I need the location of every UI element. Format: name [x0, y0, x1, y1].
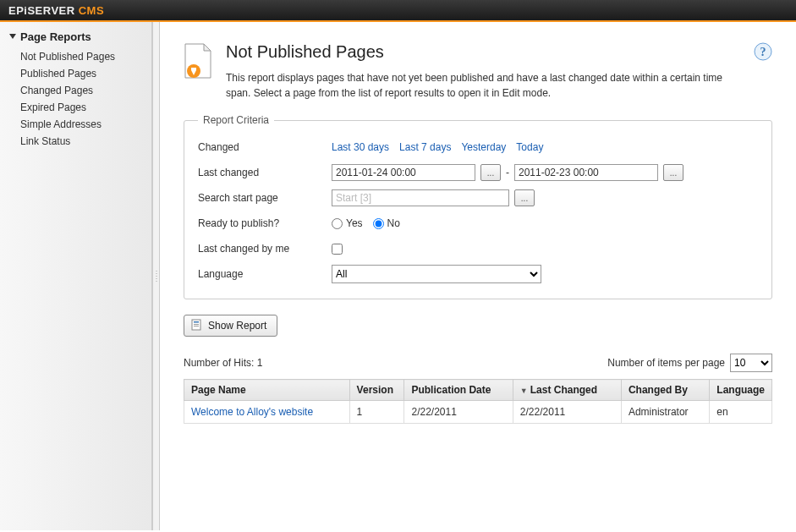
page-title: Not Published Pages — [226, 42, 742, 62]
ready-yes-option[interactable]: Yes — [332, 217, 363, 229]
row-page-link[interactable]: Welcome to Alloy's website — [191, 406, 313, 418]
ready-no-option[interactable]: No — [373, 217, 400, 229]
preset-today[interactable]: Today — [516, 141, 543, 153]
date-from-picker-button[interactable]: ... — [480, 164, 501, 181]
col-changed-by[interactable]: Changed By — [621, 380, 709, 401]
row-version: 1 — [349, 401, 404, 424]
col-page-name[interactable]: Page Name — [184, 380, 350, 401]
show-report-label: Show Report — [208, 320, 266, 332]
sidebar-item-not-published[interactable]: Not Published Pages — [20, 48, 151, 65]
svg-rect-10 — [194, 324, 199, 325]
row-last-changed: 2/22/2011 — [513, 401, 621, 424]
sidebar-item-changed[interactable]: Changed Pages — [20, 82, 151, 99]
row-language: en — [710, 401, 772, 424]
date-to-picker-button[interactable]: ... — [663, 164, 683, 181]
hits-label: Number of Hits: — [184, 357, 257, 369]
language-select[interactable]: All — [332, 265, 541, 283]
sidebar: Page Reports Not Published Pages Publish… — [0, 22, 152, 530]
page-icon — [184, 42, 214, 80]
search-start-input[interactable] — [332, 189, 509, 206]
col-version[interactable]: Version — [349, 380, 404, 401]
sort-desc-icon: ▼ — [520, 387, 528, 395]
report-criteria-fieldset: Report Criteria Changed Last 30 days Las… — [184, 114, 772, 299]
range-separator: - — [506, 167, 509, 178]
ready-no-radio[interactable] — [373, 218, 384, 229]
search-start-label: Search start page — [198, 192, 332, 204]
preset-last-30-days[interactable]: Last 30 days — [332, 141, 389, 153]
report-icon — [191, 319, 203, 333]
top-bar: EPiSERVER CMS — [0, 0, 796, 22]
row-publication-date: 2/22/2011 — [404, 401, 513, 424]
svg-rect-11 — [194, 326, 199, 326]
row-changed-by: Administrator — [621, 401, 709, 424]
sidebar-item-simple-addresses[interactable]: Simple Addresses — [20, 116, 151, 133]
sidebar-item-expired[interactable]: Expired Pages — [20, 99, 151, 116]
changed-label: Changed — [198, 141, 332, 153]
hits-count: Number of Hits: 1 — [184, 357, 262, 369]
hits-value: 1 — [257, 357, 263, 369]
table-row: Welcome to Alloy's website 1 2/22/2011 2… — [184, 401, 772, 424]
page-description: This report displays pages that have not… — [226, 70, 742, 101]
sidebar-heading[interactable]: Page Reports — [8, 30, 151, 43]
preset-yesterday[interactable]: Yesterday — [461, 141, 506, 153]
brand-text-1: EPiSERVER — [8, 4, 75, 17]
results-table: Page Name Version Publication Date ▼Last… — [184, 379, 772, 424]
col-language[interactable]: Language — [710, 380, 772, 401]
drag-handle-icon: ····· — [156, 270, 157, 282]
col-publication-date[interactable]: Publication Date — [404, 380, 513, 401]
per-page-label: Number of items per page — [607, 357, 725, 369]
brand-episerver: EPiSERVER — [8, 4, 75, 17]
col-last-changed-label: Last Changed — [530, 384, 597, 396]
ready-no-label: No — [387, 217, 400, 229]
help-icon[interactable]: ? — [754, 42, 772, 61]
main-content: Not Published Pages This report displays… — [160, 22, 796, 530]
changed-by-me-label: Last changed by me — [198, 243, 332, 255]
ready-yes-radio[interactable] — [332, 218, 343, 229]
svg-text:?: ? — [760, 46, 766, 58]
sidebar-item-published[interactable]: Published Pages — [20, 65, 151, 82]
sidebar-list: Not Published Pages Published Pages Chan… — [8, 48, 151, 150]
language-label: Language — [198, 268, 332, 280]
sidebar-heading-label: Page Reports — [20, 30, 91, 43]
sidebar-item-link-status[interactable]: Link Status — [20, 133, 151, 150]
ready-yes-label: Yes — [346, 217, 363, 229]
brand-cms: CMS — [79, 4, 104, 17]
date-from-input[interactable] — [332, 164, 475, 181]
show-report-button[interactable]: Show Report — [184, 315, 277, 337]
date-to-input[interactable] — [514, 164, 658, 181]
last-changed-label: Last changed — [198, 167, 332, 178]
svg-marker-2 — [204, 44, 211, 51]
per-page-select[interactable]: 10 — [730, 354, 772, 372]
search-start-picker-button[interactable]: ... — [514, 189, 535, 206]
svg-rect-9 — [194, 321, 199, 323]
svg-marker-0 — [9, 34, 16, 39]
col-last-changed[interactable]: ▼Last Changed — [513, 380, 621, 401]
ready-to-publish-label: Ready to publish? — [198, 217, 332, 229]
splitter[interactable]: ····· — [152, 22, 160, 530]
changed-by-me-checkbox[interactable] — [332, 244, 343, 255]
svg-rect-4 — [191, 68, 196, 70]
criteria-legend: Report Criteria — [198, 114, 274, 126]
chevron-down-icon — [8, 30, 17, 43]
preset-last-7-days[interactable]: Last 7 days — [399, 141, 451, 153]
